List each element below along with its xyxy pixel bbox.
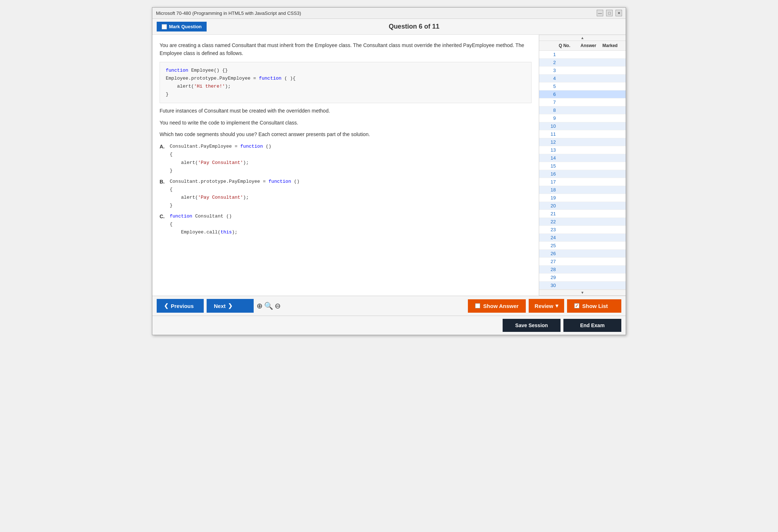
zoom-normal-button[interactable]: 🔍 [264,301,273,310]
sidebar-row[interactable]: 17 [539,178,626,186]
show-list-button[interactable]: ✓ Show List [567,299,621,313]
answer-label-b: B. [160,178,167,186]
sidebar-row[interactable]: 19 [539,194,626,202]
sidebar-row-num: 26 [541,251,559,256]
scroll-down-arrow[interactable]: ▼ [539,290,626,296]
zoom-out-button[interactable]: ⊖ [275,301,281,310]
mark-checkbox-icon [162,24,167,29]
sidebar-row[interactable]: 24 [539,234,626,242]
sidebar-row[interactable]: 21 [539,210,626,218]
show-list-label: Show List [582,303,608,309]
sidebar-header: Q No. Answer Marked [539,41,626,51]
question-paragraph-2: Future instances of Consultant must be c… [160,107,532,115]
sidebar-row-num: 21 [541,211,559,216]
sidebar-row[interactable]: 23 [539,226,626,234]
sidebar-row[interactable]: 30 [539,282,626,290]
sidebar-header-qno [541,43,559,48]
answer-option-b: B. Consultant.prototype.PayEmployee = fu… [160,178,532,210]
sidebar-row[interactable]: 22 [539,218,626,226]
sidebar-row-num: 24 [541,235,559,240]
end-exam-label: End Exam [580,322,605,328]
sidebar-row[interactable]: 11 [539,130,626,138]
sidebar-row[interactable]: 27 [539,258,626,266]
sidebar-row[interactable]: 26 [539,250,626,258]
sidebar-row-num: 17 [541,179,559,185]
sidebar-row[interactable]: 20 [539,202,626,210]
answer-label-c: C. [160,212,167,220]
sidebar-row[interactable]: 29 [539,274,626,282]
sidebar-row[interactable]: 15 [539,162,626,170]
minimize-button[interactable]: — [597,10,603,16]
window-controls[interactable]: — □ ✕ [597,10,622,16]
zoom-controls: ⊕ 🔍 ⊖ [257,301,281,310]
sidebar-row-num: 1 [541,52,559,57]
kw-b-function: function [269,179,291,184]
end-exam-button[interactable]: End Exam [563,319,621,332]
sidebar-row[interactable]: 5 [539,83,626,90]
sidebar-row-num: 8 [541,107,559,113]
close-button[interactable]: ✕ [616,10,622,16]
prev-chevron-icon [164,303,169,309]
sidebar-row[interactable]: 12 [539,138,626,146]
kw-c-function: function [170,214,192,219]
string-hi-there: 'Hi there!' [194,84,225,89]
toolbar: Mark Question Question 6 of 11 [152,19,626,35]
sidebar-row-num: 6 [541,92,559,97]
sidebar-row[interactable]: 7 [539,98,626,106]
second-bottom-bar: Save Session End Exam [152,316,626,335]
zoom-in-button[interactable]: ⊕ [257,301,263,310]
string-a-pay: 'Pay Consultant' [198,160,243,165]
sidebar-row-container: 1234567891011121314151617181920212223242… [539,51,626,290]
next-button[interactable]: Next [207,299,254,313]
restore-button[interactable]: □ [606,10,613,16]
question-paragraph-1: You are creating a class named Consultan… [160,41,532,58]
code-this: this [220,229,232,235]
sidebar-row[interactable]: 14 [539,154,626,162]
review-chevron-icon [555,303,558,309]
sidebar-row-num: 13 [541,147,559,153]
sidebar-row[interactable]: 3 [539,67,626,75]
sidebar-row[interactable]: 18 [539,186,626,194]
sidebar-row[interactable]: 28 [539,266,626,274]
code-block-main: function Employee() {} Employee.prototyp… [160,62,532,103]
review-button[interactable]: Review [529,299,564,313]
sidebar-row-num: 4 [541,76,559,81]
sidebar-row[interactable]: 25 [539,242,626,250]
sidebar-row[interactable]: 8 [539,106,626,114]
show-answer-checkbox-icon [475,303,480,308]
mark-question-button[interactable]: Mark Question [157,22,207,31]
sidebar-row[interactable]: 16 [539,170,626,178]
show-answer-button[interactable]: Show Answer [468,299,526,313]
window-title: Microsoft 70-480 (Programming in HTML5 w… [156,10,301,16]
question-text: You are creating a class named Consultan… [160,41,532,58]
sidebar-row-num: 30 [541,283,559,288]
answer-code-c: function Consultant () { Employee.call(t… [170,212,237,236]
sidebar-row-num: 20 [541,203,559,208]
scroll-up-arrow[interactable]: ▲ [539,35,626,41]
sidebar-row-num: 28 [541,267,559,272]
sidebar-row[interactable]: 1 [539,51,626,59]
question-title: Question 6 of 11 [207,23,621,30]
answer-option-a: A. Consultant.PayEmployee = function () … [160,143,532,174]
sidebar-row[interactable]: 9 [539,114,626,122]
sidebar-row[interactable]: 13 [539,146,626,154]
review-label: Review [534,303,553,309]
sidebar-row-num: 25 [541,243,559,248]
save-session-button[interactable]: Save Session [503,319,561,332]
question-area: You are creating a class named Consultan… [152,35,539,296]
sidebar-row[interactable]: 10 [539,122,626,130]
sidebar: ▲ Q No. Answer Marked 123456789101112131… [539,35,626,296]
sidebar-col-qno: Q No. [559,43,580,48]
question-paragraph-4: Which two code segments should you use? … [160,130,532,138]
sidebar-row-num: 15 [541,163,559,169]
sidebar-row-num: 19 [541,195,559,200]
answer-code-b: Consultant.prototype.PayEmployee = funct… [170,178,300,210]
show-answer-label: Show Answer [483,303,519,309]
title-bar: Microsoft 70-480 (Programming in HTML5 w… [152,8,626,19]
sidebar-row[interactable]: 6 [539,90,626,98]
sidebar-row[interactable]: 4 [539,75,626,83]
sidebar-row-num: 7 [541,100,559,105]
sidebar-row-num: 9 [541,115,559,121]
previous-button[interactable]: Previous [157,299,204,313]
sidebar-row[interactable]: 2 [539,59,626,67]
